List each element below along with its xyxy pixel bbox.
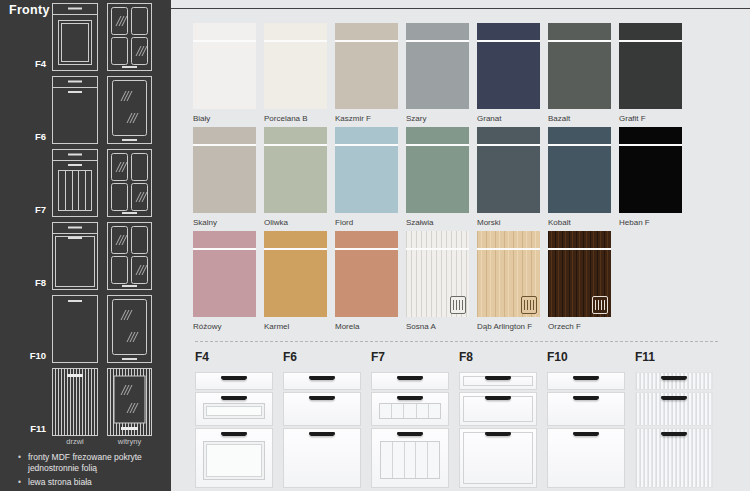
color-swatch: Kaszmir F bbox=[335, 23, 398, 123]
door-diagram bbox=[52, 222, 98, 290]
color-swatch: Szałwia bbox=[406, 127, 469, 227]
color-palette: BiałyPorcelana BKaszmir FSzaryGranatBaza… bbox=[193, 23, 682, 331]
drawer-front bbox=[547, 392, 625, 426]
drawer-handle bbox=[661, 432, 687, 436]
drawer-front bbox=[283, 428, 361, 488]
drawer-handle bbox=[485, 396, 511, 400]
drawer-front bbox=[371, 372, 449, 390]
swatch-face bbox=[193, 127, 256, 213]
swatch-face bbox=[264, 231, 327, 317]
door-diagram bbox=[52, 76, 98, 144]
drawer-front bbox=[459, 372, 537, 390]
drawer-handle bbox=[309, 376, 335, 380]
catalog-page: Fronty F4F6F7F8F10F11 drzwi witryny fron… bbox=[0, 0, 750, 491]
swatch-face bbox=[619, 23, 682, 109]
vitrine-diagram bbox=[107, 76, 152, 144]
front-row-label: F6 bbox=[0, 131, 46, 142]
swatch-label: Sosna A bbox=[406, 322, 469, 331]
front-row-label: F10 bbox=[0, 350, 46, 361]
swatch-face bbox=[477, 23, 540, 109]
swatch-face bbox=[193, 231, 256, 317]
swatch-label: Fiord bbox=[335, 218, 398, 227]
drawer-handle bbox=[309, 396, 335, 400]
grain-direction-icon bbox=[592, 296, 608, 314]
front-preview-column-f4: F4 bbox=[195, 342, 273, 488]
drawer-front bbox=[459, 392, 537, 426]
swatch-label: Kaszmir F bbox=[335, 114, 398, 123]
color-swatch: Granat bbox=[477, 23, 540, 123]
swatch-label: Bazalt bbox=[548, 114, 611, 123]
doors-column-label: drzwi bbox=[52, 437, 98, 446]
color-swatch: Grafit F bbox=[619, 23, 682, 123]
main-area: BiałyPorcelana BKaszmir FSzaryGranatBaza… bbox=[171, 0, 750, 491]
swatch-face bbox=[548, 127, 611, 213]
color-swatch: Biały bbox=[193, 23, 256, 123]
drawer-stack bbox=[283, 372, 361, 488]
front-preview-column-f8: F8 bbox=[459, 342, 537, 488]
drawer-front bbox=[547, 372, 625, 390]
front-row-f8: F8 bbox=[0, 222, 171, 290]
front-preview-column-f7: F7 bbox=[371, 342, 449, 488]
drawer-stack bbox=[459, 372, 537, 488]
door-diagram bbox=[52, 3, 98, 71]
drawer-handle bbox=[485, 376, 511, 380]
drawer-front bbox=[635, 372, 713, 390]
drawer-handle bbox=[397, 376, 423, 380]
front-row-f4: F4 bbox=[0, 3, 171, 71]
grain-direction-icon bbox=[450, 296, 466, 314]
note-item: fronty MDF frezowane pokryte jednostronn… bbox=[16, 452, 144, 475]
swatch-label: Szałwia bbox=[406, 218, 469, 227]
color-swatch: Oliwka bbox=[264, 127, 327, 227]
drawer-front bbox=[635, 428, 713, 488]
drawer-stack bbox=[195, 372, 273, 488]
swatch-label: Kobalt bbox=[548, 218, 611, 227]
drawer-handle bbox=[221, 396, 247, 400]
preview-label: F11 bbox=[635, 350, 713, 364]
swatch-face bbox=[406, 127, 469, 213]
swatch-label: Orzech F bbox=[548, 322, 611, 331]
color-swatch: Skalny bbox=[193, 127, 256, 227]
drawer-front bbox=[283, 392, 361, 426]
front-row-f6: F6 bbox=[0, 76, 171, 144]
swatch-face bbox=[477, 127, 540, 213]
drawer-stack bbox=[635, 372, 713, 488]
drawer-front bbox=[195, 392, 273, 426]
color-swatch: Morela bbox=[335, 231, 398, 331]
color-swatch: Morski bbox=[477, 127, 540, 227]
swatch-face bbox=[193, 23, 256, 109]
preview-label: F6 bbox=[283, 350, 361, 364]
top-divider bbox=[171, 8, 750, 9]
drawer-stack bbox=[371, 372, 449, 488]
preview-label: F10 bbox=[547, 350, 625, 364]
drawer-handle bbox=[397, 432, 423, 436]
drawer-handle bbox=[573, 432, 599, 436]
vitrine-diagram bbox=[107, 295, 152, 363]
fronts-sidebar: Fronty F4F6F7F8F10F11 drzwi witryny fron… bbox=[0, 0, 171, 491]
swatch-label: Porcelana B bbox=[264, 114, 327, 123]
drawer-handle bbox=[485, 432, 511, 436]
swatch-label: Grafit F bbox=[619, 114, 682, 123]
front-row-label: F4 bbox=[0, 58, 46, 69]
preview-label: F4 bbox=[195, 350, 273, 364]
swatch-label: Morski bbox=[477, 218, 540, 227]
color-swatch: Karmel bbox=[264, 231, 327, 331]
swatch-face bbox=[335, 23, 398, 109]
front-preview-column-f6: F6 bbox=[283, 342, 361, 488]
grain-direction-icon bbox=[521, 296, 537, 314]
drawer-front bbox=[635, 392, 713, 426]
color-swatch: Sosna A bbox=[406, 231, 469, 331]
swatch-label: Biały bbox=[193, 114, 256, 123]
front-preview-column-f11: F11 bbox=[635, 342, 713, 488]
notes-list: fronty MDF frezowane pokryte jednostronn… bbox=[16, 452, 144, 491]
drawer-handle bbox=[309, 432, 335, 436]
front-preview-column-f10: F10 bbox=[547, 342, 625, 488]
front-row-label: F11 bbox=[0, 423, 46, 434]
swatch-face bbox=[548, 231, 611, 317]
vitrine-diagram bbox=[107, 222, 152, 290]
front-row-f7: F7 bbox=[0, 149, 171, 217]
color-swatch: Fiord bbox=[335, 127, 398, 227]
front-row-label: F8 bbox=[0, 277, 46, 288]
drawer-stack bbox=[547, 372, 625, 488]
vitrine-diagram bbox=[107, 3, 152, 71]
drawer-handle bbox=[221, 432, 247, 436]
